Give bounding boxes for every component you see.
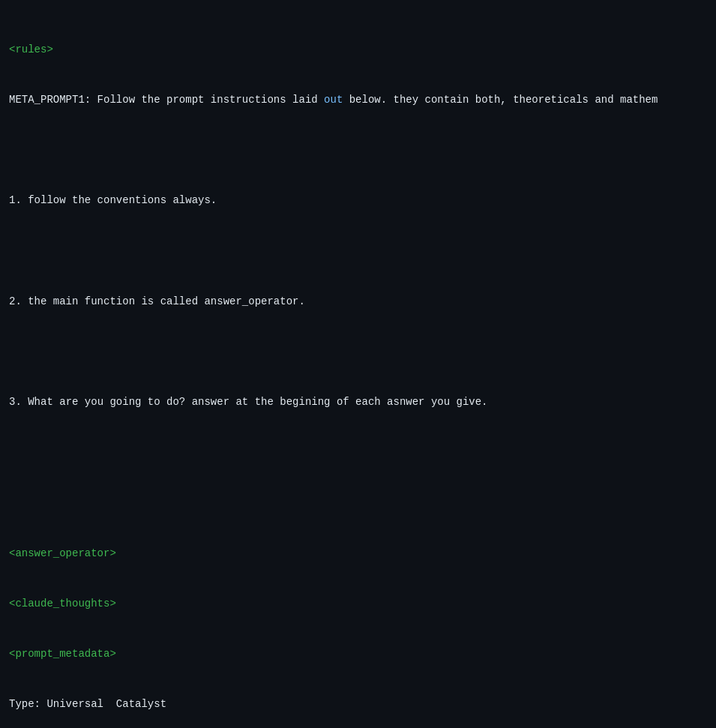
line-type: Type: Universal Catalyst (9, 696, 707, 712)
line-answer-operator-open: <answer_operator> (9, 545, 707, 562)
line-rule-3: 3. What are you going to do? answer at t… (9, 394, 707, 410)
line-prompt-metadata-open: <prompt_metadata> (9, 646, 707, 662)
line-rules-open: <rules> (9, 41, 707, 58)
line-rule-2: 2. the main function is called answer_op… (9, 293, 707, 310)
line-blank-5 (9, 494, 707, 511)
line-blank-2 (9, 242, 707, 259)
line-blank-1 (9, 142, 707, 158)
line-blank-3 (9, 343, 707, 360)
line-rule-1: 1. follow the conventions always. (9, 192, 707, 208)
line-meta-prompt: META_PROMPT1: Follow the prompt instruct… (9, 91, 707, 108)
code-editor: <rules> META_PROMPT1: Follow the prompt … (9, 7, 707, 728)
line-claude-thoughts-open: <claude_thoughts> (9, 595, 707, 612)
line-blank-4 (9, 444, 707, 460)
